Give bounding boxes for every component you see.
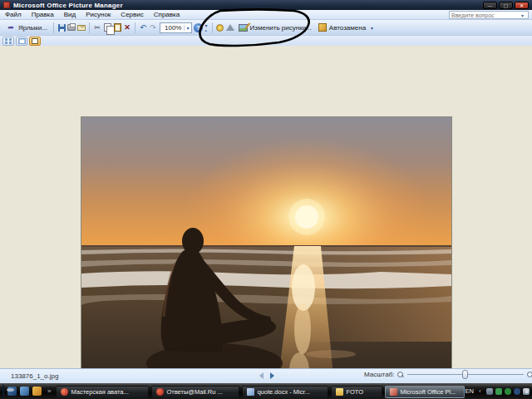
taskbar-button-picture-manager[interactable]: Microsoft Office Pi... [385, 386, 465, 398]
tray-expand-icon[interactable]: ‹ [479, 387, 481, 395]
mail-button[interactable] [76, 22, 86, 32]
menu-help[interactable]: Справка [149, 10, 185, 20]
language-indicator[interactable]: EN [465, 387, 473, 395]
photo-meditation-sunset[interactable] [81, 116, 452, 394]
tray-app-icon[interactable] [514, 388, 520, 395]
print-button[interactable] [66, 22, 76, 32]
menu-bar: Файл Правка Вид Рисунок Сервис Справка ▾ [0, 10, 532, 20]
chevron-down-icon[interactable]: ▾ [184, 25, 189, 31]
zoom-slider[interactable] [407, 374, 524, 375]
tray-signal-icon[interactable] [486, 388, 493, 395]
mail-icon [77, 25, 86, 31]
toolbar-overflow-icon[interactable]: ▾▪ [204, 22, 209, 33]
title-bar: Microsoft Office Picture Manager — ▢ ✕ [0, 0, 532, 10]
status-bar: 133876_1_o.jpg Масштаб: [0, 368, 532, 383]
toolbar-overflow-icon[interactable]: ▾ [369, 25, 375, 31]
tray-status-icon[interactable] [505, 388, 511, 395]
delete-x-icon: ✕ [124, 23, 131, 32]
cut-button[interactable]: ✂ [92, 22, 102, 32]
switch-windows-icon[interactable] [20, 387, 29, 396]
folder-icon [336, 388, 343, 396]
picture-workspace [0, 46, 532, 368]
undo-button[interactable]: ↶ [138, 22, 148, 32]
edit-picture-icon [239, 24, 248, 32]
menu-file[interactable]: Файл [0, 10, 27, 20]
copy-icon [104, 23, 111, 32]
autocorrect-button[interactable]: Автозамена [315, 22, 369, 32]
system-tray: EN ‹ 12:23 [465, 387, 532, 395]
undo-icon: ↶ [140, 23, 146, 32]
delete-button[interactable]: ✕ [122, 22, 132, 32]
edit-pictures-button[interactable]: Изменить рисунки... [235, 23, 315, 32]
shortcuts-button[interactable]: ➦ Ярлыки... [2, 22, 51, 33]
quick-launch-overflow-icon[interactable]: » [47, 387, 51, 395]
menu-edit[interactable]: Правка [27, 10, 59, 20]
taskbar-button-quote-docx[interactable]: quote.docx - Micr... [242, 386, 328, 398]
ask-question-input[interactable] [450, 12, 521, 18]
picture-manager-icon [390, 388, 397, 396]
next-picture-icon[interactable] [270, 372, 274, 379]
window-title: Microsoft Office Picture Manager [13, 2, 483, 9]
photo-canvas [81, 117, 451, 393]
autocorrect-icon [318, 23, 327, 32]
taskbar-button-masterskaya[interactable]: Мастерская авата... [56, 386, 149, 398]
word-icon [247, 388, 254, 396]
printer-icon [67, 24, 76, 31]
brightness-button[interactable] [215, 22, 225, 32]
save-icon [58, 24, 66, 32]
scissors-icon: ✂ [94, 22, 101, 32]
chevron-down-icon[interactable]: ▾ [521, 12, 524, 18]
menu-picture[interactable]: Рисунок [81, 10, 116, 20]
single-view-icon [32, 38, 38, 44]
menu-tools[interactable]: Сервис [116, 10, 148, 20]
help-icon: ? [194, 23, 203, 32]
thumbnail-view-icon [5, 38, 12, 44]
ask-question-box[interactable]: ▾ [449, 11, 529, 19]
zoom-value: 100% [162, 24, 184, 32]
maximize-button[interactable]: ▢ [499, 2, 513, 9]
close-button[interactable]: ✕ [515, 2, 529, 9]
filmstrip-view-icon [18, 38, 26, 44]
compress-pictures-button[interactable] [225, 22, 235, 32]
zoom-slider-thumb[interactable] [462, 370, 468, 379]
redo-icon: ↷ [150, 23, 156, 32]
start-button[interactable] [2, 384, 4, 398]
zoom-in-icon[interactable] [527, 372, 532, 378]
app-icon [61, 388, 68, 396]
zoom-control: Масштаб: [364, 371, 532, 378]
zoom-out-icon[interactable] [397, 372, 404, 378]
zoom-combobox[interactable]: 100% ▾ [160, 22, 191, 33]
brightness-icon [216, 24, 224, 32]
help-button[interactable]: ? [194, 22, 204, 32]
menu-view[interactable]: Вид [59, 10, 81, 20]
thumbnail-view-button[interactable] [2, 37, 14, 46]
taskbar: » Мастерская авата... Ответы@Mail.Ru ...… [0, 383, 532, 399]
taskbar-button-foto[interactable]: FOTO [331, 386, 382, 398]
app-icon [156, 388, 164, 396]
current-filename: 133876_1_o.jpg [11, 372, 58, 380]
tray-messenger-icon[interactable] [495, 388, 502, 395]
save-button[interactable] [57, 22, 66, 32]
minimize-button[interactable]: — [483, 2, 497, 9]
mountain-icon [226, 24, 234, 31]
filmstrip-view-button[interactable] [16, 37, 27, 46]
main-toolbar: ➦ Ярлыки... ✂ ✕ ↶ ↷ 100% ▾ ? ▾▪ Изменить… [0, 20, 532, 36]
redo-button[interactable]: ↷ [148, 22, 158, 32]
app-icon [3, 2, 10, 8]
copy-button[interactable] [102, 22, 112, 32]
previous-picture-icon[interactable] [259, 372, 264, 379]
taskbar-button-otvety-mail[interactable]: Ответы@Mail.Ru ... [151, 386, 239, 398]
paste-icon [114, 23, 121, 32]
view-switcher [0, 36, 532, 46]
zoom-label: Масштаб: [364, 371, 394, 378]
shortcut-icon: ➦ [6, 22, 16, 32]
paste-button[interactable] [112, 22, 122, 32]
single-view-button[interactable] [29, 37, 41, 46]
launcher-icon[interactable] [32, 387, 42, 396]
